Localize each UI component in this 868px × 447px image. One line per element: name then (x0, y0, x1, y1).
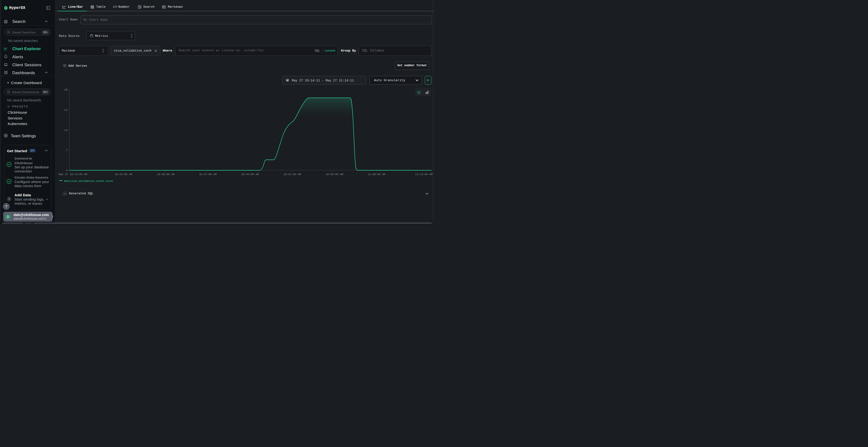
svg-text:0: 0 (66, 169, 67, 172)
svg-text:max(visa_validation_cache.size: max(visa_validation_cache.size) (64, 180, 114, 182)
svg-text:10:30:00 AM: 10:30:00 AM (157, 173, 175, 176)
svg-text:11:14:00 AM: 11:14:00 AM (415, 173, 433, 176)
svg-text:14: 14 (64, 129, 68, 132)
svg-text:7: 7 (66, 149, 67, 152)
svg-text:28: 28 (64, 89, 67, 91)
svg-text:21: 21 (64, 109, 68, 111)
svg-text:10:44:00 AM: 10:44:00 AM (241, 173, 259, 176)
svg-text:May 27 10:14:00 AM: May 27 10:14:00 AM (59, 173, 87, 176)
svg-text:10:37:00 AM: 10:37:00 AM (199, 173, 217, 176)
svg-text:10:51:00 AM: 10:51:00 AM (283, 173, 301, 176)
svg-text:11:05:00 AM: 11:05:00 AM (368, 173, 385, 176)
svg-text:10:23:00 AM: 10:23:00 AM (115, 173, 132, 176)
svg-text:10:58:00 AM: 10:58:00 AM (326, 173, 343, 176)
